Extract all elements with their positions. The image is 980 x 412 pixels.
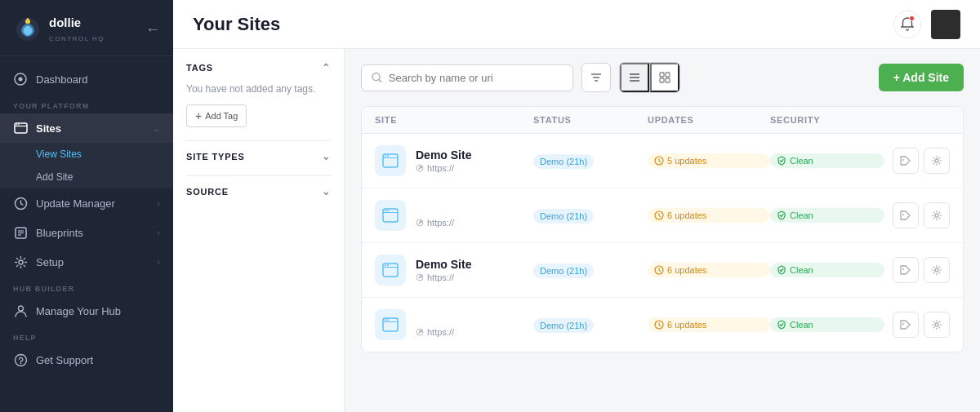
- sites-chevron-icon: ⌄: [153, 123, 160, 134]
- site-info-1: Demo Site https://: [416, 148, 471, 173]
- site-types-title[interactable]: SITE TYPES ⌄: [186, 151, 331, 162]
- tags-chevron-icon: ⌃: [322, 62, 331, 73]
- site-info-2: https://: [416, 203, 454, 228]
- tag-icon: [900, 156, 911, 166]
- add-tag-button[interactable]: + Add Tag: [186, 104, 247, 127]
- site-icon-3: [375, 255, 406, 286]
- search-box: [361, 64, 573, 91]
- status-cell-4: Demo (21h): [533, 317, 648, 333]
- shield-check-icon: [777, 156, 786, 166]
- svg-rect-26: [660, 73, 664, 77]
- svg-point-61: [935, 323, 938, 326]
- notification-dot: [909, 16, 915, 21]
- topbar-right: [893, 10, 960, 39]
- sidebar-item-dashboard[interactable]: Dashboard: [0, 64, 173, 94]
- update-manager-icon: [13, 196, 28, 210]
- tag-action-button-1[interactable]: [893, 148, 919, 174]
- blueprints-chevron-icon: ›: [157, 228, 160, 237]
- settings-action-button-3[interactable]: [924, 257, 950, 283]
- add-site-button[interactable]: + Add Site: [879, 64, 964, 91]
- updates-cell-1: 5 updates: [648, 153, 770, 168]
- tags-title[interactable]: TAGS ⌃: [186, 62, 331, 73]
- site-url-1: https://: [416, 163, 471, 173]
- sidebar-item-update-manager[interactable]: Update Manager ›: [0, 188, 173, 218]
- svg-point-8: [18, 124, 20, 126]
- tag-action-button-3[interactable]: [893, 257, 919, 283]
- tag-action-button-4[interactable]: [893, 312, 919, 338]
- avatar[interactable]: [931, 10, 960, 39]
- list-view-button[interactable]: [620, 63, 649, 92]
- svg-rect-27: [666, 73, 670, 77]
- row-actions-4: [884, 312, 950, 338]
- grid-view-button[interactable]: [650, 63, 679, 92]
- status-cell-1: Demo (21h): [533, 153, 648, 169]
- grid-view-icon: [659, 72, 670, 83]
- svg-point-37: [935, 159, 938, 162]
- settings-action-button-2[interactable]: [924, 202, 950, 228]
- svg-point-44: [902, 214, 904, 215]
- sidebar-item-get-support[interactable]: Get Support: [0, 345, 173, 374]
- clock-icon: [654, 320, 664, 330]
- section-hub-builder: HUB BUILDER: [0, 277, 173, 296]
- tag-action-button-2[interactable]: [893, 202, 919, 228]
- support-icon: [13, 352, 28, 367]
- svg-point-49: [387, 264, 389, 266]
- sites-submenu: View Sites Add Site: [0, 143, 173, 188]
- search-icon: [372, 72, 382, 83]
- site-cell-1: Demo Site https://: [375, 145, 533, 176]
- security-badge-4: Clean: [770, 317, 884, 332]
- link-icon: [416, 164, 424, 172]
- site-url-4: https://: [416, 327, 454, 337]
- sidebar-item-manage-hub[interactable]: Manage Your Hub: [0, 296, 173, 326]
- sites-table: SITE STATUS UPDATES SECURITY: [361, 106, 964, 352]
- clock-icon: [654, 265, 664, 275]
- svg-point-15: [18, 306, 23, 311]
- search-input[interactable]: [389, 72, 563, 84]
- site-type-icon: [382, 263, 399, 277]
- security-badge-1: Clean: [770, 153, 884, 168]
- dashboard-icon: [13, 72, 28, 86]
- back-button[interactable]: ←: [145, 21, 160, 38]
- status-badge-4: Demo (21h): [533, 318, 594, 333]
- source-title[interactable]: SOURCE ⌄: [186, 186, 331, 197]
- settings-action-button-1[interactable]: [924, 148, 950, 174]
- setup-chevron-icon: ›: [157, 257, 160, 267]
- sidebar-item-sites[interactable]: Sites ⌄: [0, 113, 173, 143]
- shield-check-icon: [777, 320, 786, 330]
- table-header: SITE STATUS UPDATES SECURITY: [362, 107, 963, 134]
- security-cell-3: Clean: [770, 263, 884, 277]
- gear-icon: [931, 210, 942, 221]
- blueprints-icon: [13, 225, 28, 240]
- sidebar-item-view-sites[interactable]: View Sites: [0, 143, 173, 166]
- notifications-button[interactable]: [893, 11, 921, 38]
- logo-text: dollie CONTROL HQ: [49, 16, 105, 44]
- table-row: Demo Site https:// Demo (21h) 5 updates: [362, 134, 963, 188]
- svg-rect-28: [660, 78, 664, 82]
- site-cell-4: https://: [375, 309, 533, 340]
- divider-2: [186, 175, 331, 176]
- tags-section: TAGS ⌃ You have not added any tags. + Ad…: [186, 62, 331, 127]
- updates-badge-1: 5 updates: [648, 153, 770, 168]
- tag-icon: [900, 320, 911, 330]
- link-icon: [416, 328, 424, 336]
- setup-icon: [13, 255, 28, 269]
- table-row: Demo Site https:// Demo (21h) 6 updates: [362, 243, 963, 298]
- settings-action-button-4[interactable]: [924, 312, 950, 338]
- updates-badge-4: 6 updates: [648, 317, 770, 332]
- tags-empty-text: You have not added any tags.: [186, 82, 331, 96]
- sidebar-navigation: Dashboard YOUR PLATFORM Sites ⌄ View Sit…: [0, 56, 173, 412]
- svg-point-7: [16, 124, 17, 126]
- main-content: Your Sites TAGS ⌃ You have not added any…: [173, 0, 980, 412]
- row-actions-3: [884, 257, 950, 283]
- svg-point-16: [15, 354, 26, 365]
- security-badge-2: Clean: [770, 208, 884, 223]
- row-actions-1: [884, 148, 950, 174]
- status-badge-1: Demo (21h): [533, 154, 594, 169]
- gear-icon: [931, 264, 942, 276]
- filter-button[interactable]: [581, 63, 611, 92]
- site-type-icon: [382, 208, 399, 223]
- site-icon-1: [375, 145, 406, 176]
- sidebar-item-add-site[interactable]: Add Site: [0, 166, 173, 188]
- sidebar-item-blueprints[interactable]: Blueprints ›: [0, 218, 173, 247]
- sidebar-item-setup[interactable]: Setup ›: [0, 247, 173, 277]
